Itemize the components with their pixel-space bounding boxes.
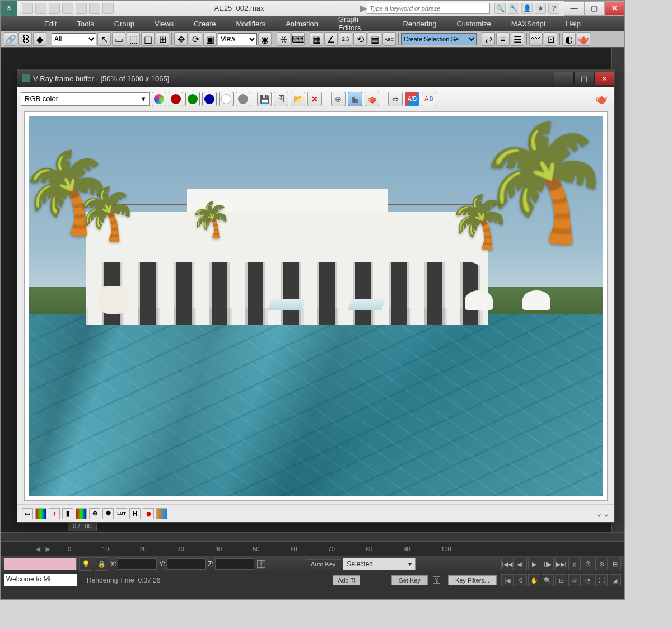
channel-dropdown[interactable]: RGB color▾: [21, 92, 150, 106]
lock-icon[interactable]: 🔒: [95, 557, 108, 571]
compare-ab-icon[interactable]: A/B: [405, 92, 419, 106]
unlink-icon[interactable]: ⛓: [18, 32, 32, 46]
mirror-icon[interactable]: ⇄: [482, 32, 495, 46]
wrench-icon[interactable]: 🔧: [508, 3, 519, 14]
levels-icon[interactable]: [76, 508, 87, 519]
x-input[interactable]: [118, 558, 157, 570]
menu-rendering[interactable]: Rendering: [393, 20, 446, 28]
curve-editor-icon[interactable]: 〰: [529, 32, 543, 46]
menu-views[interactable]: Views: [144, 20, 184, 28]
manipulate-icon[interactable]: ⚹: [277, 32, 290, 46]
frame-number-input[interactable]: 0: [515, 574, 527, 586]
vray-minimize-button[interactable]: —: [554, 72, 574, 85]
red-channel-icon[interactable]: [169, 92, 183, 106]
render-last-icon[interactable]: 🫖: [365, 92, 379, 106]
stereo-icon[interactable]: [156, 508, 167, 519]
viewport-layout-icon[interactable]: ⊞: [609, 558, 621, 570]
link-icon[interactable]: [89, 3, 100, 14]
open-file-icon[interactable]: [35, 3, 46, 14]
key-filters-icon[interactable]: ⚿: [432, 575, 444, 585]
save-all-icon[interactable]: 🗄: [274, 92, 288, 106]
green-channel-icon[interactable]: [185, 92, 200, 106]
prev-frame-icon[interactable]: ◀||: [515, 558, 527, 570]
menu-customize[interactable]: Customize: [446, 20, 501, 28]
clear-image-icon[interactable]: ✕: [307, 92, 322, 106]
material-editor-icon[interactable]: ◐: [562, 32, 576, 46]
clamp-colors-icon[interactable]: ▮: [62, 508, 73, 519]
vray-close-button[interactable]: ✕: [594, 72, 614, 85]
show-last-icon[interactable]: ▭: [22, 508, 33, 519]
maximize-button[interactable]: ▢: [584, 1, 604, 16]
align-icon[interactable]: ≡: [496, 32, 510, 46]
expand-panel-icon[interactable]: ⌄⌄: [595, 508, 610, 519]
goto-start-icon[interactable]: |◀◀: [501, 558, 514, 570]
play-icon[interactable]: ▶: [528, 558, 540, 570]
set-key-button[interactable]: Set Key: [391, 575, 428, 585]
named-selection-dropdown[interactable]: Create Selection Se: [401, 33, 477, 45]
lut-icon[interactable]: LUT: [116, 508, 127, 519]
menu-create[interactable]: Create: [184, 20, 226, 28]
percent-snap-icon[interactable]: 2.5: [339, 32, 352, 46]
layers-icon[interactable]: ☰: [511, 32, 524, 46]
stop-render-icon[interactable]: ⏺: [143, 508, 154, 519]
min-max-toggle-icon[interactable]: ◪: [609, 574, 621, 586]
select-cursor-icon[interactable]: ↖: [97, 32, 111, 46]
save-image-icon[interactable]: 💾: [257, 92, 272, 106]
zoom-extents-icon[interactable]: ⊡: [555, 574, 567, 586]
select-rect-icon[interactable]: ⬚: [127, 32, 140, 46]
auto-key-button[interactable]: Auto Key: [306, 559, 341, 569]
track-mouse-icon[interactable]: ⊕: [331, 92, 346, 106]
fov-icon[interactable]: ◔: [582, 574, 594, 586]
snap-icon[interactable]: ▦: [310, 32, 323, 46]
lightbulb-icon[interactable]: 💡: [79, 557, 92, 571]
save-file-icon[interactable]: [49, 3, 60, 14]
key-mode-toggle-icon[interactable]: ⎌: [568, 558, 581, 570]
timeline-ruler[interactable]: ◄► 0 10 20 30 40 50 60 70 80 90 100: [1, 541, 624, 556]
bind-icon[interactable]: ◆: [33, 32, 46, 46]
vray-titlebar[interactable]: V-Ray frame buffer - [50% of 1600 x 1065…: [17, 70, 614, 87]
menu-animation[interactable]: Animation: [276, 20, 328, 28]
color-corrections-icon[interactable]: [35, 508, 46, 519]
history-ab-icon[interactable]: A B: [422, 92, 436, 106]
script-listener[interactable]: Welcome to Mi: [4, 574, 77, 586]
new-file-icon[interactable]: [22, 3, 33, 14]
binoculars-icon[interactable]: 🔍: [494, 3, 506, 14]
scale-icon[interactable]: ▣: [203, 32, 217, 46]
key-mode-select[interactable]: Selected▾: [343, 558, 416, 570]
menu-edit[interactable]: Edit: [34, 20, 67, 28]
star-icon[interactable]: ★: [535, 3, 546, 14]
mini-listener[interactable]: [4, 558, 77, 570]
orbit-icon[interactable]: ⟳: [568, 574, 581, 586]
reference-coord-select[interactable]: View: [218, 33, 257, 45]
edged-faces-icon[interactable]: ▤: [368, 32, 381, 46]
z-input[interactable]: [215, 558, 254, 570]
time-config-icon[interactable]: ⏱: [582, 558, 594, 570]
pan-icon[interactable]: ✋: [528, 574, 540, 586]
spinner-snap-icon[interactable]: ⟲: [353, 32, 367, 46]
pixel-info-icon[interactable]: i: [49, 508, 60, 519]
help-icon[interactable]: ?: [548, 3, 559, 14]
mono-channel-icon[interactable]: [236, 92, 250, 106]
key-filters-button[interactable]: Key Filters...: [448, 575, 497, 585]
render-setup-icon[interactable]: 🫖: [577, 32, 590, 46]
maximize-viewport-icon[interactable]: ⛶: [595, 574, 608, 586]
curve-icon[interactable]: ⊚: [89, 508, 100, 519]
load-image-icon[interactable]: 📂: [291, 92, 305, 106]
menu-group[interactable]: Group: [104, 20, 144, 28]
menu-tools[interactable]: Tools: [67, 20, 104, 28]
menu-modifiers[interactable]: Modifiers: [226, 20, 276, 28]
schematic-icon[interactable]: ⊡: [544, 32, 557, 46]
keyboard-shortcut-icon[interactable]: ⌨: [291, 32, 305, 46]
select-name-icon[interactable]: ▭: [112, 32, 125, 46]
render-output-viewport[interactable]: 🌴 🌴 🌴 🌴 🌴: [24, 111, 608, 501]
angle-snap-icon[interactable]: ∠: [324, 32, 338, 46]
close-button[interactable]: ✕: [604, 1, 624, 16]
select-window-icon[interactable]: ◫: [141, 32, 155, 46]
selection-filter-select[interactable]: All: [52, 33, 96, 45]
named-sel-sets-icon[interactable]: ABC: [382, 32, 396, 46]
app-logo-icon[interactable]: 3: [1, 1, 17, 16]
zoom-icon[interactable]: 🔍: [542, 574, 554, 586]
isolate-icon[interactable]: ⊙: [595, 558, 608, 570]
menu-maxscript[interactable]: MAXScript: [501, 20, 556, 28]
help-search-input[interactable]: [367, 3, 490, 14]
